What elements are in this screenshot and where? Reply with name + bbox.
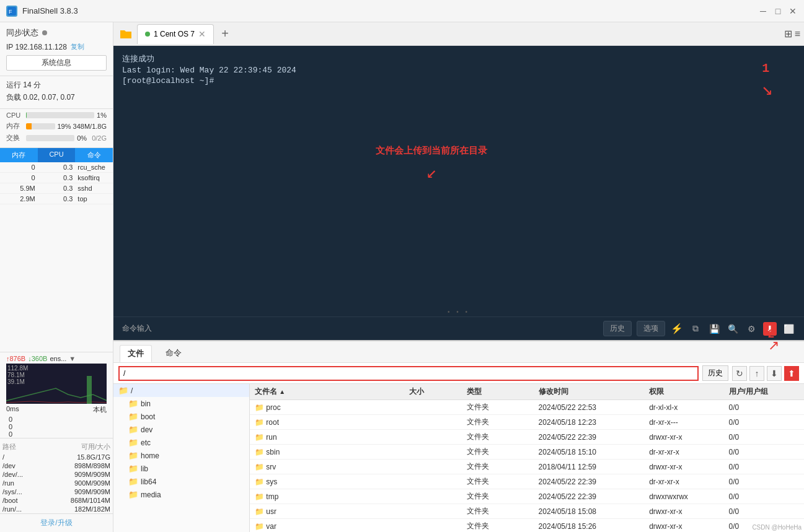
cell-name: 📁 tmp xyxy=(250,489,404,504)
net-expand-icon[interactable]: ▼ xyxy=(69,355,76,362)
th-size[interactable]: 大小 xyxy=(404,384,462,400)
proc-row: 0 0.3 rcu_sche xyxy=(0,162,113,173)
table-row[interactable]: 📁 sys文件夹2024/05/22 22:39dr-xr-xr-x0/0 xyxy=(250,474,804,489)
close-button[interactable]: ✕ xyxy=(788,6,798,16)
tab-close-button[interactable]: ✕ xyxy=(198,29,206,39)
arrow-down-left: ↙ xyxy=(376,162,487,183)
tree-item-dev[interactable]: 📁dev xyxy=(113,423,249,436)
tree-item-lib[interactable]: 📁lib xyxy=(113,462,249,475)
svg-rect-2 xyxy=(87,376,92,404)
cell-name: 📁 run xyxy=(250,430,404,445)
disk-row: /sys/...909M/909M xyxy=(0,487,113,496)
disk-row: /dev/...909M/909M xyxy=(0,470,113,479)
tree-item-lib64[interactable]: 📁lib64 xyxy=(113,475,249,488)
upload-fm-icon[interactable]: ⬆ xyxy=(784,366,799,381)
cell-perm: drwxr-xr-x xyxy=(644,504,723,519)
cpu-row: CPU 1% xyxy=(6,111,107,119)
window-controls: ─ □ ✕ xyxy=(758,6,798,16)
tab-add-button[interactable]: + xyxy=(216,25,234,43)
history-button[interactable]: 历史 xyxy=(603,321,632,336)
cell-perm: dr-xr-xr-x xyxy=(644,474,723,489)
proc-cmd: sshd xyxy=(75,183,113,193)
table-row[interactable]: 📁 tmp文件夹2024/05/22 22:39drwxrwxrwx0/0 xyxy=(250,489,804,504)
sidebar: 同步状态 IP 192.168.11.128 复制 系统信息 运行 14 分 负… xyxy=(0,22,113,532)
menu-icon[interactable]: ≡ xyxy=(795,28,800,40)
th-mtime[interactable]: 修改时间 xyxy=(534,384,645,400)
sync-status-label: 同步状态 xyxy=(6,27,38,38)
copy-ip-button[interactable]: 复制 xyxy=(71,42,84,51)
tab-status-dot xyxy=(145,32,150,37)
table-row[interactable]: 📁 sbin文件夹2024/05/18 15:10dr-xr-xr-x0/0 xyxy=(250,445,804,460)
tab-centos7[interactable]: 1 Cent OS 7 ✕ xyxy=(137,24,214,44)
fm-tab-files[interactable]: 文件 xyxy=(120,345,152,362)
th-owner[interactable]: 用户/用户组 xyxy=(724,384,805,400)
cell-name: 📁 var xyxy=(250,519,404,533)
copy-terminal-icon[interactable]: ⧉ xyxy=(689,322,702,336)
fm-main: 文件名 ▲ 大小 类型 修改时间 权限 用户/用户组 📁 proc文件夹2024… xyxy=(250,384,804,532)
table-row[interactable]: 📁 proc文件夹2024/05/22 22:53dr-xl-xl-x0/0 xyxy=(250,400,804,415)
cell-size xyxy=(404,400,462,415)
load-label: 负载 0.02, 0.07, 0.07 xyxy=(6,92,107,103)
proc-cpu: 0.3 xyxy=(38,183,76,193)
disk-row: /run/...182M/182M xyxy=(0,505,113,513)
swap-label: 交换 xyxy=(6,133,24,142)
terminal[interactable]: 连接成功 Last login: Wed May 22 22:39:45 202… xyxy=(113,46,804,307)
proc-mem: 2.9M xyxy=(0,194,38,204)
table-row[interactable]: 📁 usr文件夹2024/05/18 15:08drwxr-xr-x0/0 xyxy=(250,504,804,519)
sys-info-button[interactable]: 系统信息 xyxy=(6,55,107,71)
proc-header-cmd[interactable]: 命令 xyxy=(75,148,113,162)
options-button[interactable]: 选项 xyxy=(637,321,665,336)
tree-item-etc[interactable]: 📁etc xyxy=(113,436,249,449)
refresh-icon[interactable]: ↻ xyxy=(732,366,747,381)
tree-item-bin[interactable]: 📁bin xyxy=(113,397,249,410)
th-type[interactable]: 类型 xyxy=(462,384,533,400)
net-ping: 0ms 本机 xyxy=(6,404,107,416)
runtime-label: 运行 14 分 xyxy=(6,80,107,90)
cell-type: 文件夹 xyxy=(462,400,533,415)
net-label-1: 112.8M xyxy=(7,365,28,372)
proc-header-cpu[interactable]: CPU xyxy=(38,148,76,162)
login-upgrade-button[interactable]: 登录/升级 xyxy=(40,518,72,527)
svg-text:F: F xyxy=(9,9,12,15)
cell-name: 📁 usr xyxy=(250,504,404,519)
net-upload: ↑876B xyxy=(6,355,25,362)
download-fm-icon[interactable]: ⬇ xyxy=(767,366,782,381)
app-icon: F xyxy=(6,6,17,17)
table-row[interactable]: 📁 root文件夹2024/05/18 12:23dr-xr-x---0/0 xyxy=(250,415,804,430)
cell-type: 文件夹 xyxy=(462,474,533,489)
table-row[interactable]: 📁 srv文件夹2018/04/11 12:59drwxr-xr-x0/0 xyxy=(250,460,804,474)
save-icon[interactable]: 💾 xyxy=(707,322,721,336)
th-filename[interactable]: 文件名 ▲ xyxy=(250,384,404,400)
minimize-button[interactable]: ─ xyxy=(758,6,768,16)
swap-row: 交换 0% 0/2G xyxy=(6,133,107,142)
folder-icon[interactable] xyxy=(117,25,135,43)
th-perm[interactable]: 权限 xyxy=(644,384,723,400)
cell-mtime: 2024/05/22 22:53 xyxy=(534,400,645,415)
net-download: ↓360B xyxy=(28,355,47,362)
proc-header-mem[interactable]: 内存 xyxy=(0,148,38,162)
fm-path-input[interactable] xyxy=(118,366,699,381)
cell-mtime: 2024/05/22 22:39 xyxy=(534,474,645,489)
cell-perm: drwxr-xr-x xyxy=(644,519,723,533)
tree-item-root[interactable]: 📁/ xyxy=(113,384,249,397)
table-row[interactable]: 📁 var文件夹2024/05/18 15:26drwxr-xr-x0/0 xyxy=(250,519,804,533)
tree-item-media[interactable]: 📁media xyxy=(113,488,249,501)
tabbar: 1 Cent OS 7 ✕ + ⊞ ≡ xyxy=(113,22,804,46)
fm-history-button[interactable]: 历史 xyxy=(702,365,728,381)
fullscreen-icon[interactable]: ⬜ xyxy=(782,322,795,336)
tab-label: 1 Cent OS 7 xyxy=(154,30,195,38)
lightning-icon[interactable]: ⚡ xyxy=(670,322,684,336)
fm-path-icons: ↻ ↑ ⬇ ⬆ xyxy=(732,366,799,381)
maximize-button[interactable]: □ xyxy=(773,6,783,16)
ip-row: IP 192.168.11.128 复制 xyxy=(6,42,107,51)
settings-icon[interactable]: ⚙ xyxy=(744,322,758,336)
tree-item-boot[interactable]: 📁boot xyxy=(113,410,249,423)
cell-mtime: 2024/05/18 15:10 xyxy=(534,445,645,460)
grid-view-icon[interactable]: ⊞ xyxy=(784,28,792,40)
table-row[interactable]: 📁 run文件夹2024/05/22 22:39drwxr-xr-x0/0 xyxy=(250,430,804,445)
tree-item-home[interactable]: 📁home xyxy=(113,449,249,462)
fm-tab-commands[interactable]: 命令 xyxy=(158,345,189,362)
arrow-to-upload: ↘ xyxy=(762,77,773,100)
up-dir-icon[interactable]: ↑ xyxy=(749,366,764,381)
search-icon[interactable]: 🔍 xyxy=(726,322,740,336)
